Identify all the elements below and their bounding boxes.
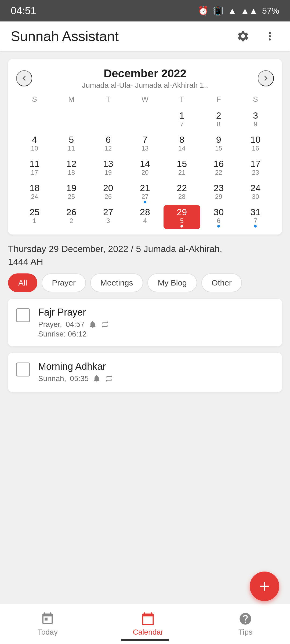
day-header-thu: T <box>164 92 200 106</box>
wifi-icon: ▲ <box>228 6 237 16</box>
cal-cell-22[interactable]: 22 28 <box>164 181 200 205</box>
fajr-category: Prayer, <box>38 320 62 329</box>
cal-cell-11[interactable]: 11 17 <box>16 157 53 181</box>
cal-cell-empty-1 <box>16 108 53 133</box>
selected-date-label: Thursday 29 December, 2022 / 5 Jumada al… <box>8 243 282 268</box>
event-card-adhkar: Morning Adhkar Sunnah, 05:35 <box>8 353 282 392</box>
cal-cell-6[interactable]: 6 12 <box>90 133 126 157</box>
calendar-card: December 2022 Jumada al-Ula- Jumada al-A… <box>8 59 282 235</box>
cal-cell-9[interactable]: 9 15 <box>200 133 237 157</box>
repeat-icon <box>101 320 109 329</box>
next-month-button[interactable] <box>258 70 274 86</box>
filter-chips: All Prayer Meetings My Blog Other <box>0 273 290 292</box>
chip-myblog[interactable]: My Blog <box>147 273 197 292</box>
chip-all[interactable]: All <box>8 273 37 292</box>
cal-cell-30[interactable]: 30 6 <box>200 205 237 229</box>
event-dot-30 <box>217 225 220 228</box>
signal-icon: ▲▲ <box>241 6 258 16</box>
cal-cell-empty-4 <box>126 108 163 133</box>
vibrate-icon: 📳 <box>213 6 224 16</box>
cal-cell-2[interactable]: 2 8 <box>200 108 237 133</box>
cal-cell-23[interactable]: 23 29 <box>200 181 237 205</box>
nav-tips-label: Tips <box>238 628 252 636</box>
cal-cell-31[interactable]: 31 7 <box>237 205 274 229</box>
month-title: December 2022 <box>82 67 208 80</box>
cal-cell-4[interactable]: 4 10 <box>16 133 53 157</box>
chip-meetings[interactable]: Meetings <box>90 273 143 292</box>
month-title-block: December 2022 Jumada al-Ula- Jumada al-A… <box>82 67 208 90</box>
status-icons: ⏰ 📳 ▲ ▲▲ 57% <box>198 6 279 16</box>
fajr-sunrise: Sunrise: 06:12 <box>38 330 109 338</box>
nav-calendar-label: Calendar <box>133 628 164 636</box>
app-bar-actions <box>234 27 279 46</box>
more-vert-icon <box>263 30 276 43</box>
event-dot-29 <box>180 225 183 228</box>
cal-cell-3[interactable]: 3 9 <box>237 108 274 133</box>
cal-cell-20[interactable]: 20 26 <box>90 181 126 205</box>
status-bar: 04:51 ⏰ 📳 ▲ ▲▲ 57% <box>0 0 290 21</box>
cal-cell-15[interactable]: 15 21 <box>164 157 200 181</box>
alarm-icon: ⏰ <box>198 6 209 16</box>
day-header-sat: S <box>237 92 274 106</box>
calendar-grid: 1 7 2 8 3 9 4 10 5 11 6 12 7 13 8 1 <box>16 108 274 229</box>
event-dot-31 <box>254 225 257 228</box>
cal-cell-26[interactable]: 26 2 <box>53 205 90 229</box>
adhkar-checkbox[interactable] <box>16 363 30 376</box>
cal-cell-12[interactable]: 12 18 <box>53 157 90 181</box>
chip-other[interactable]: Other <box>201 273 242 292</box>
cal-cell-28[interactable]: 28 4 <box>126 205 163 229</box>
adhkar-meta: Sunnah, 05:35 <box>38 374 113 383</box>
repeat-icon-adhkar <box>105 374 113 383</box>
day-header-mon: M <box>53 92 90 106</box>
day-header-sun: S <box>16 92 53 106</box>
prev-month-button[interactable] <box>16 70 32 86</box>
cal-cell-25[interactable]: 25 1 <box>16 205 53 229</box>
home-indicator <box>121 639 169 641</box>
adhkar-category: Sunnah, <box>38 374 66 383</box>
fajr-checkbox[interactable] <box>16 308 30 322</box>
cal-cell-29-today[interactable]: 29 5 <box>164 205 200 229</box>
bell-icon <box>88 320 97 329</box>
chip-prayer[interactable]: Prayer <box>42 273 86 292</box>
chevron-right-icon <box>261 74 271 83</box>
event-card-fajr: Fajr Prayer Prayer, 04:57 Sunrise: 06:12 <box>8 299 282 346</box>
nav-today-label: Today <box>38 628 58 636</box>
cal-cell-21[interactable]: 21 27 <box>126 181 163 205</box>
calendar-icon <box>141 612 155 626</box>
settings-button[interactable] <box>234 27 252 46</box>
today-icon <box>41 612 55 626</box>
tips-icon <box>238 612 252 626</box>
cal-cell-17[interactable]: 17 23 <box>237 157 274 181</box>
add-icon <box>257 579 272 594</box>
cal-cell-10[interactable]: 10 16 <box>237 133 274 157</box>
app-bar: Sunnah Assistant <box>0 21 290 51</box>
chevron-left-icon <box>19 74 29 83</box>
cal-cell-24[interactable]: 24 30 <box>237 181 274 205</box>
cal-cell-7[interactable]: 7 13 <box>126 133 163 157</box>
cal-cell-19[interactable]: 19 25 <box>53 181 90 205</box>
nav-tips[interactable]: Tips <box>238 612 252 636</box>
day-header-wed: W <box>126 92 163 106</box>
cal-cell-5[interactable]: 5 11 <box>53 133 90 157</box>
battery-indicator: 57% <box>262 6 279 16</box>
cal-cell-16[interactable]: 16 22 <box>200 157 237 181</box>
cal-cell-8[interactable]: 8 14 <box>164 133 200 157</box>
cal-cell-14[interactable]: 14 20 <box>126 157 163 181</box>
nav-today[interactable]: Today <box>38 612 58 636</box>
fajr-time: 04:57 <box>66 320 85 329</box>
app-title: Sunnah Assistant <box>11 28 119 44</box>
settings-icon <box>237 30 249 43</box>
cal-cell-13[interactable]: 13 19 <box>90 157 126 181</box>
more-options-button[interactable] <box>260 27 279 46</box>
calendar-header: December 2022 Jumada al-Ula- Jumada al-A… <box>16 67 274 90</box>
event-dot-21 <box>144 201 146 203</box>
cal-cell-27[interactable]: 27 3 <box>90 205 126 229</box>
cal-cell-1[interactable]: 1 7 <box>164 108 200 133</box>
day-header-tue: T <box>90 92 126 106</box>
nav-calendar[interactable]: Calendar <box>133 612 164 636</box>
cal-cell-18[interactable]: 18 24 <box>16 181 53 205</box>
add-event-fab[interactable] <box>250 572 279 601</box>
fajr-title: Fajr Prayer <box>38 307 109 318</box>
adhkar-title: Morning Adhkar <box>38 361 113 372</box>
bottom-nav: Today Calendar Tips <box>0 604 290 644</box>
